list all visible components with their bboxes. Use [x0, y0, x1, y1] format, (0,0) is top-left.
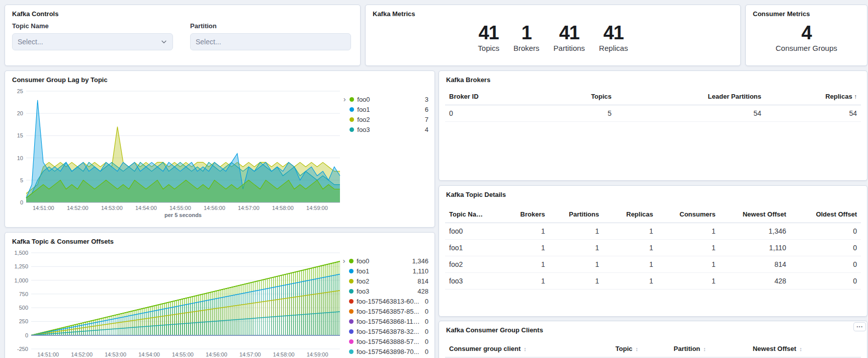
panel-consumer-metrics: Consumer Metrics 4 Consumer Groups: [745, 5, 867, 66]
legend-item[interactable]: foo-1575463898-70...0: [349, 346, 428, 356]
svg-text:14:56:00: 14:56:00: [204, 205, 225, 211]
column-header[interactable]: Consumer group client ↕: [445, 340, 612, 357]
lag-chart-canvas: 051015202514:51:0014:52:0014:53:0014:54:…: [11, 87, 340, 219]
legend-value: 0: [425, 328, 428, 335]
legend-item[interactable]: foo-1575463888-57...0: [349, 336, 428, 346]
table-cell: 54: [765, 105, 861, 122]
panel-options-icon[interactable]: ···: [853, 322, 866, 331]
legend-expand-chevron-icon[interactable]: ›: [340, 94, 349, 104]
legend-item[interactable]: foo-1575463878-32...0: [349, 326, 428, 336]
legend-item[interactable]: foo03: [350, 94, 428, 104]
legend-item[interactable]: foo-1575463813-60...0: [349, 296, 428, 306]
column-header[interactable]: Topic ↕: [612, 340, 670, 357]
panel-title: Kafka Metrics: [373, 10, 734, 18]
column-header[interactable]: Replicas: [603, 206, 657, 223]
table-cell: 1: [549, 240, 603, 256]
legend-item[interactable]: foo11,110: [349, 266, 428, 276]
table-cell: 1,110: [720, 240, 791, 256]
column-header[interactable]: Topic Name ↑: [445, 206, 491, 223]
legend-item[interactable]: foo01,346: [349, 256, 428, 266]
legend-label: foo-1575463813-60...: [357, 298, 422, 305]
legend-value: 0: [425, 338, 428, 345]
legend-value: 6: [425, 106, 428, 113]
sortable-icon: ↕: [702, 346, 706, 352]
table-cell: 0: [790, 223, 861, 240]
column-header[interactable]: Newest Offset: [720, 206, 791, 223]
table-cell: 5: [524, 105, 616, 122]
column-header[interactable]: Oldest Offset: [790, 206, 861, 223]
partition-select[interactable]: Select...: [190, 33, 351, 50]
legend-label: foo-1575463878-32...: [357, 328, 422, 335]
svg-text:14:57:00: 14:57:00: [239, 351, 261, 357]
column-header[interactable]: Newest Offset ↕: [749, 340, 861, 357]
column-header[interactable]: Brokers: [491, 206, 549, 223]
svg-text:25: 25: [17, 88, 23, 94]
table-row: foo211118140: [445, 256, 861, 273]
table-cell: 1: [549, 273, 603, 290]
svg-text:14:55:00: 14:55:00: [169, 205, 191, 211]
legend-item[interactable]: foo2814: [349, 276, 428, 286]
series-color-dot: [349, 329, 354, 334]
table-cell: 0: [445, 105, 524, 122]
column-header[interactable]: Replicas ↑: [765, 88, 861, 105]
legend-item[interactable]: foo3428: [349, 286, 428, 296]
panel-consumer-group-lag: Consumer Group Lag by Topic 051015202514…: [5, 70, 435, 228]
topic-name-select[interactable]: Select...: [12, 33, 173, 50]
legend-value: 1,346: [412, 257, 428, 265]
legend-item[interactable]: foo27: [350, 114, 428, 124]
svg-text:14:58:00: 14:58:00: [272, 205, 294, 211]
column-header[interactable]: Partitions: [549, 206, 603, 223]
svg-text:14:57:00: 14:57:00: [238, 205, 259, 211]
table-cell: 1: [491, 240, 549, 256]
metric-value: 41: [478, 23, 499, 43]
table-cell: 1: [657, 273, 720, 290]
table-cell: 1: [491, 256, 549, 273]
table-cell: 1: [657, 256, 720, 273]
metric-value: 4: [775, 23, 837, 43]
partition-placeholder: Select...: [196, 38, 221, 46]
column-header[interactable]: Topics: [524, 88, 616, 105]
legend-item[interactable]: foo34: [350, 124, 428, 134]
legend-label: foo-1575463868-116...: [357, 318, 422, 325]
panel-title: Kafka Topic & Consumer Offsets: [12, 238, 428, 246]
series-color-dot: [350, 117, 354, 122]
legend-value: 428: [417, 288, 428, 295]
table-cell: 54: [616, 105, 765, 122]
legend-item[interactable]: foo-1575463868-116...0: [349, 316, 428, 326]
table-row: 055454: [445, 105, 861, 122]
sort-asc-icon: ↑: [852, 93, 857, 100]
table-cell: 1: [603, 223, 657, 240]
topic-details-table: Topic Name ↑BrokersPartitionsReplicasCon…: [445, 206, 861, 290]
svg-text:14:52:00: 14:52:00: [67, 205, 89, 211]
panel-kafka-topic-details: Kafka Topic Details Topic Name ↑BrokersP…: [439, 185, 867, 317]
legend-label: foo-1575463898-70...: [357, 348, 422, 355]
svg-text:500: 500: [19, 305, 28, 311]
legend-item[interactable]: foo16: [350, 104, 428, 114]
svg-text:14:58:00: 14:58:00: [273, 351, 295, 357]
legend-label: foo3: [357, 288, 414, 295]
table-cell: foo2: [445, 256, 491, 273]
svg-text:1,500: 1,500: [14, 250, 28, 256]
metric-label: Partitions: [554, 44, 585, 52]
legend-item[interactable]: foo-1575463857-85...0: [349, 306, 428, 316]
legend-label: foo3: [357, 126, 422, 133]
column-header[interactable]: Consumers: [657, 206, 720, 223]
panel-topic-consumer-offsets: Kafka Topic & Consumer Offsets -25002505…: [5, 232, 435, 358]
column-header[interactable]: Partition ↕: [670, 340, 749, 357]
svg-text:-250: -250: [17, 346, 28, 352]
column-header[interactable]: Broker ID: [445, 88, 524, 105]
legend-label: foo0: [357, 96, 422, 103]
table-cell: 1,346: [720, 223, 791, 240]
panel-kafka-controls: Kafka Controls Topic Name Select... Part…: [5, 5, 361, 66]
metric-value: 41: [599, 23, 628, 43]
table-cell: 0: [790, 273, 861, 290]
legend-expand-chevron-icon[interactable]: ›: [340, 256, 348, 266]
legend-value: 4: [425, 126, 428, 133]
controls-row: Topic Name Select... Partition Select...: [12, 22, 353, 50]
series-color-dot: [350, 107, 354, 112]
metrics-row: 4 Consumer Groups: [752, 23, 861, 52]
panel-title: Kafka Controls: [12, 10, 354, 18]
column-header[interactable]: Leader Partitions: [616, 88, 765, 105]
table-cell: foo1: [445, 240, 491, 256]
svg-text:14:54:00: 14:54:00: [135, 205, 157, 211]
